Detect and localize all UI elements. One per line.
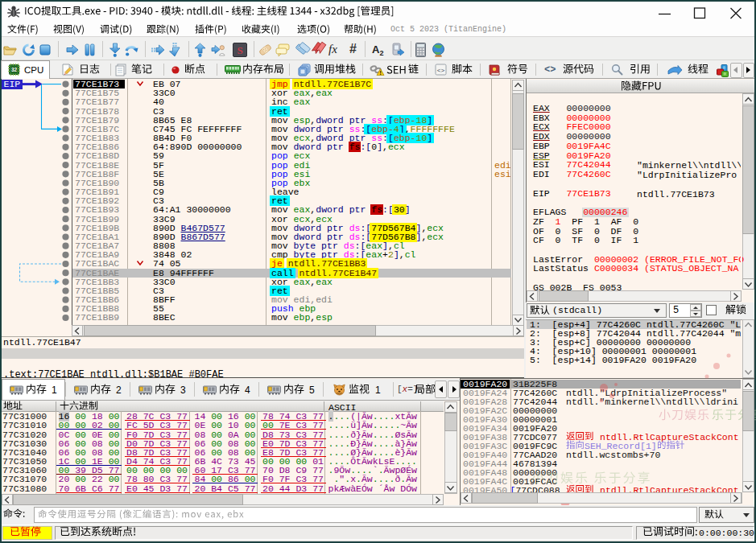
svg-text:<>: <> bbox=[437, 67, 445, 74]
svg-text:!: ! bbox=[379, 70, 381, 76]
svg-text:S: S bbox=[237, 44, 242, 56]
